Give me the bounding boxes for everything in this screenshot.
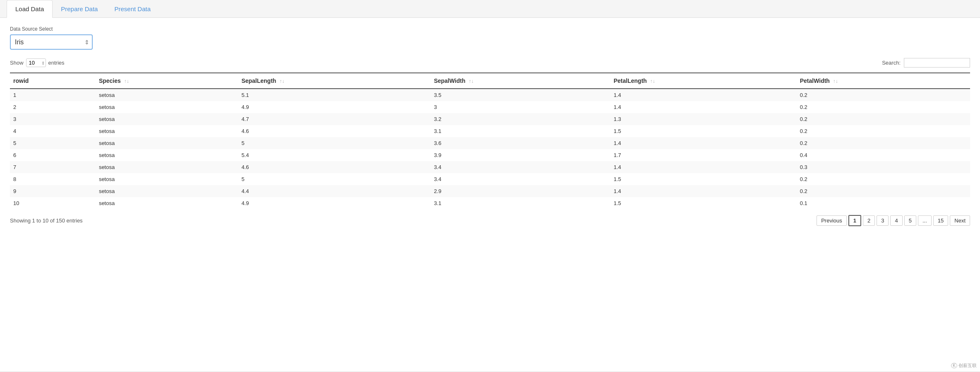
datasource-label: Data Source Select	[10, 26, 970, 32]
table-row: 5setosa53.61.40.2	[10, 137, 970, 149]
pagination-page-2[interactable]: 2	[863, 215, 875, 226]
app-container: Load Data Prepare Data Present Data Data…	[0, 0, 980, 372]
cell-petalwidth: 0.2	[797, 185, 970, 197]
tab-prepare-data[interactable]: Prepare Data	[53, 0, 106, 17]
col-header-sepalwidth[interactable]: SepalWidth ↑↓	[430, 73, 610, 89]
toolbar: Show 10 25 50 100 entries Search:	[10, 58, 970, 68]
data-table: rowid Species ↑↓ SepalLength ↑↓ SepalWid…	[10, 72, 970, 209]
main-content: Data Source Select Iris mtcars airqualit…	[0, 18, 980, 371]
table-row: 2setosa4.931.40.2	[10, 101, 970, 113]
cell-petallength: 1.4	[610, 161, 797, 173]
cell-petallength: 1.7	[610, 149, 797, 161]
datasource-select[interactable]: Iris mtcars airquality	[10, 34, 93, 50]
search-area: Search:	[882, 58, 970, 68]
table-footer: Showing 1 to 10 of 150 entries Previous …	[10, 215, 970, 226]
cell-species: setosa	[96, 185, 238, 197]
cell-rowid: 2	[10, 101, 96, 113]
cell-species: setosa	[96, 197, 238, 209]
show-label: Show	[10, 60, 24, 66]
col-label-rowid: rowid	[13, 77, 29, 84]
sort-icon-petalwidth: ↑↓	[833, 78, 838, 84]
sort-icon-sepalwidth: ↑↓	[468, 78, 473, 84]
cell-rowid: 3	[10, 113, 96, 125]
cell-petalwidth: 0.4	[797, 149, 970, 161]
col-label-sepallength: SepalLength	[241, 77, 276, 84]
cell-sepalwidth: 3.2	[430, 113, 610, 125]
cell-petallength: 1.3	[610, 113, 797, 125]
col-header-rowid[interactable]: rowid	[10, 73, 96, 89]
entries-label: entries	[48, 60, 65, 66]
pagination: Previous 1 2 3 4 5 ... 15 Next	[817, 215, 970, 226]
showing-text: Showing 1 to 10 of 150 entries	[10, 217, 83, 224]
cell-sepalwidth: 2.9	[430, 185, 610, 197]
table-row: 3setosa4.73.21.30.2	[10, 113, 970, 125]
sort-icon-sepallength: ↑↓	[279, 78, 284, 84]
cell-sepallength: 5.4	[238, 149, 430, 161]
cell-petallength: 1.4	[610, 101, 797, 113]
cell-sepalwidth: 3	[430, 101, 610, 113]
cell-rowid: 4	[10, 125, 96, 137]
table-row: 7setosa4.63.41.40.3	[10, 161, 970, 173]
cell-species: setosa	[96, 125, 238, 137]
cell-sepalwidth: 3.6	[430, 137, 610, 149]
cell-petalwidth: 0.2	[797, 101, 970, 113]
cell-petallength: 1.5	[610, 173, 797, 185]
pagination-page-1[interactable]: 1	[848, 215, 861, 226]
cell-petallength: 1.4	[610, 89, 797, 101]
entries-select[interactable]: 10 25 50 100	[26, 58, 46, 67]
cell-petallength: 1.4	[610, 185, 797, 197]
cell-rowid: 1	[10, 89, 96, 101]
table-header-row: rowid Species ↑↓ SepalLength ↑↓ SepalWid…	[10, 73, 970, 89]
sort-icon-species: ↑↓	[124, 78, 129, 84]
cell-sepallength: 4.4	[238, 185, 430, 197]
col-header-petallength[interactable]: PetalLength ↑↓	[610, 73, 797, 89]
cell-species: setosa	[96, 89, 238, 101]
cell-sepallength: 4.7	[238, 113, 430, 125]
cell-species: setosa	[96, 113, 238, 125]
watermark: K 创薪互联	[951, 362, 977, 369]
cell-sepallength: 4.9	[238, 101, 430, 113]
table-row: 1setosa5.13.51.40.2	[10, 89, 970, 101]
cell-sepallength: 4.6	[238, 161, 430, 173]
col-label-sepalwidth: SepalWidth	[434, 77, 465, 84]
table-row: 8setosa53.41.50.2	[10, 173, 970, 185]
cell-sepalwidth: 3.5	[430, 89, 610, 101]
cell-petalwidth: 0.2	[797, 173, 970, 185]
tab-present-data[interactable]: Present Data	[106, 0, 159, 17]
search-input[interactable]	[904, 58, 970, 68]
pagination-page-15[interactable]: 15	[933, 215, 948, 226]
search-label: Search:	[882, 60, 901, 66]
pagination-page-5[interactable]: 5	[904, 215, 916, 226]
cell-sepalwidth: 3.9	[430, 149, 610, 161]
table-row: 4setosa4.63.11.50.2	[10, 125, 970, 137]
table-body: 1setosa5.13.51.40.22setosa4.931.40.23set…	[10, 89, 970, 209]
pagination-page-3[interactable]: 3	[877, 215, 889, 226]
col-header-petalwidth[interactable]: PetalWidth ↑↓	[797, 73, 970, 89]
col-header-sepallength[interactable]: SepalLength ↑↓	[238, 73, 430, 89]
cell-sepallength: 5	[238, 137, 430, 149]
cell-species: setosa	[96, 173, 238, 185]
cell-petalwidth: 0.2	[797, 89, 970, 101]
col-header-species[interactable]: Species ↑↓	[96, 73, 238, 89]
cell-rowid: 8	[10, 173, 96, 185]
tab-load-data[interactable]: Load Data	[7, 0, 53, 18]
cell-rowid: 7	[10, 161, 96, 173]
cell-petallength: 1.4	[610, 137, 797, 149]
cell-petalwidth: 0.3	[797, 161, 970, 173]
pagination-next[interactable]: Next	[950, 215, 970, 226]
cell-sepalwidth: 3.4	[430, 173, 610, 185]
cell-sepallength: 5.1	[238, 89, 430, 101]
col-label-petallength: PetalLength	[614, 77, 647, 84]
cell-rowid: 10	[10, 197, 96, 209]
cell-petalwidth: 0.1	[797, 197, 970, 209]
pagination-page-4[interactable]: 4	[890, 215, 902, 226]
entries-select-wrapper: 10 25 50 100	[26, 58, 46, 67]
pagination-previous[interactable]: Previous	[817, 215, 847, 226]
cell-petallength: 1.5	[610, 197, 797, 209]
pagination-ellipsis: ...	[918, 215, 932, 226]
show-entries-area: Show 10 25 50 100 entries	[10, 58, 65, 67]
cell-sepallength: 5	[238, 173, 430, 185]
tab-bar: Load Data Prepare Data Present Data	[0, 0, 980, 18]
col-label-petalwidth: PetalWidth	[800, 77, 830, 84]
cell-rowid: 5	[10, 137, 96, 149]
